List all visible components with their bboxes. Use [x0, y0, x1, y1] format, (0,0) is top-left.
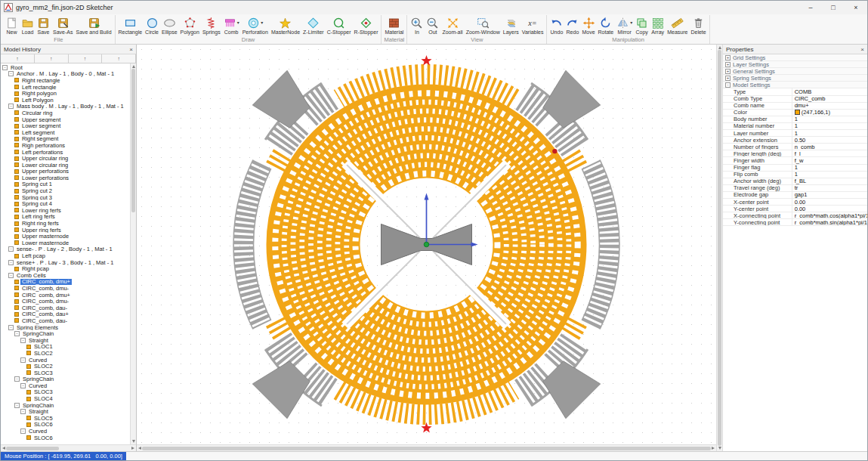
toolbar-button-new[interactable]: New: [4, 15, 20, 36]
property-value[interactable]: (247,166,1): [792, 110, 867, 116]
toolbar-button-masternode[interactable]: MasterNode: [270, 15, 301, 36]
property-value[interactable]: 0.00: [792, 206, 867, 212]
toolbar-button-load[interactable]: Load: [20, 15, 36, 36]
tree-item[interactable]: -Spring Elements: [1, 324, 130, 331]
tree-item[interactable]: CIRC_comb, dau+: [1, 311, 130, 318]
toolbar-button-zoom-all[interactable]: Zoom-all: [440, 15, 464, 36]
toolbar-button-perforation[interactable]: ▾Perforation: [241, 15, 270, 36]
tree-item[interactable]: -Anchor . M . Lay - 1 , Body - 0 , Mat -…: [1, 71, 130, 78]
toolbar-button-copy[interactable]: Copy: [634, 15, 650, 36]
tree-item[interactable]: Left Polygon: [1, 97, 130, 104]
toolbar-button-move[interactable]: Move: [580, 15, 596, 36]
scroll-down-button[interactable]: [131, 439, 136, 444]
tree-item[interactable]: Left ring ferfs: [1, 214, 130, 221]
tree-item[interactable]: Lower segment: [1, 122, 130, 129]
toolbar-button-c-stopper[interactable]: C-Stopper: [326, 15, 353, 36]
tree-item[interactable]: CIRC_comb, dmu+: [1, 292, 130, 299]
tree-item[interactable]: SLOC2: [1, 363, 130, 370]
color-swatch[interactable]: [795, 110, 800, 115]
scrollbar-thumb[interactable]: [142, 447, 711, 450]
gyro-drawing[interactable]: [137, 45, 716, 444]
tree-item[interactable]: -SpringChain: [1, 402, 130, 409]
scrollbar-thumb[interactable]: [6, 447, 59, 450]
tree-item[interactable]: Lower masternode: [1, 240, 130, 246]
toolbar-button-undo[interactable]: Undo: [548, 15, 564, 36]
tree-item[interactable]: CIRC_comb, dmu-: [1, 285, 130, 292]
tree-item[interactable]: -Straight: [1, 408, 130, 415]
dropdown-arrow-icon[interactable]: ▾: [237, 20, 239, 25]
tree-item[interactable]: -SpringChain: [1, 376, 130, 383]
tree-item[interactable]: -SpringChain: [1, 330, 130, 337]
tree-expander-icon[interactable]: -: [2, 65, 8, 70]
property-value[interactable]: 0.00: [792, 199, 867, 205]
tree-item[interactable]: Left rectangle: [1, 84, 130, 91]
model-tree-hscrollbar[interactable]: [1, 444, 136, 451]
section-expander-icon[interactable]: +: [725, 69, 731, 74]
tree-item[interactable]: Upper perforations: [1, 169, 130, 175]
masternode-star-top[interactable]: [421, 55, 431, 66]
tree-item[interactable]: -Curved: [1, 357, 130, 364]
tree-expander-icon[interactable]: -: [20, 429, 26, 434]
toolbar-button-mirror[interactable]: ▾Mirror: [615, 15, 634, 36]
tree-item[interactable]: Upper segment: [1, 116, 130, 123]
toolbar-button-rotate[interactable]: Rotate: [597, 15, 616, 36]
property-value[interactable]: gap1: [792, 192, 867, 198]
property-value[interactable]: CIRC_comb: [792, 96, 867, 102]
tree-sort-button-3[interactable]: ↑: [69, 54, 103, 63]
model-history-close-icon[interactable]: ×: [129, 46, 133, 53]
property-value[interactable]: r_comb*math.cos(alpha1*pi/180): [792, 212, 867, 218]
canvas[interactable]: [137, 45, 716, 444]
properties-close-icon[interactable]: ×: [860, 46, 864, 53]
property-value[interactable]: dmu+: [792, 103, 867, 109]
tree-item[interactable]: CIRC_comb, dau-: [1, 305, 130, 311]
tree-item[interactable]: Spring cut 3: [1, 194, 130, 201]
tree-item[interactable]: Right pcap: [1, 265, 130, 272]
tree-expander-icon[interactable]: -: [8, 260, 14, 265]
property-value[interactable]: 1: [792, 116, 867, 122]
tree-item[interactable]: Left pcap: [1, 252, 130, 259]
toolbar-button-measure[interactable]: Measure: [666, 15, 689, 36]
tree-item[interactable]: Upper ring ferfs: [1, 227, 130, 234]
tree-item[interactable]: Lower perforations: [1, 175, 130, 181]
tree-item[interactable]: -Curved: [1, 382, 130, 389]
tree-item[interactable]: CIRC_comb, dmu-: [1, 298, 130, 305]
toolbar-button-in[interactable]: In: [409, 15, 425, 36]
toolbar-button-delete[interactable]: Delete: [689, 15, 707, 36]
tree-expander-icon[interactable]: -: [20, 409, 26, 414]
close-button[interactable]: ×: [845, 1, 867, 14]
tree-item[interactable]: Spring cut 1: [1, 181, 130, 188]
property-value[interactable]: r_comb*math.sin(alpha1*pi/180): [792, 219, 867, 225]
toolbar-button-save-as[interactable]: Save-As: [51, 15, 74, 36]
property-value[interactable]: f_w: [792, 157, 867, 163]
tree-item[interactable]: SLOC3: [1, 389, 130, 396]
tree-item[interactable]: Upper circular ring: [1, 155, 130, 162]
property-value[interactable]: 1: [792, 172, 867, 178]
section-expander-icon[interactable]: +: [725, 76, 731, 81]
minimize-button[interactable]: –: [799, 1, 822, 14]
section-expander-icon[interactable]: -: [725, 82, 731, 88]
toolbar-button-ellipse[interactable]: Ellipse: [160, 15, 179, 36]
toolbar-button-rectangle[interactable]: Rectangle: [117, 15, 144, 36]
property-value[interactable]: 1: [792, 165, 867, 171]
tree-sort-button-1[interactable]: ↑: [1, 54, 35, 63]
tree-item[interactable]: SLOC6: [1, 435, 130, 441]
dropdown-arrow-icon[interactable]: ▾: [630, 20, 632, 25]
scroll-down-button[interactable]: [718, 446, 722, 450]
properties-section-model-settings[interactable]: -Model Settings: [723, 82, 867, 88]
canvas-hscrollbar[interactable]: [137, 444, 716, 451]
tree-item[interactable]: Lower circular ring: [1, 162, 130, 169]
tree-item[interactable]: SLOC6: [1, 422, 130, 429]
tree-item[interactable]: Right polygon: [1, 90, 130, 97]
toolbar-button-save[interactable]: Save: [36, 15, 51, 36]
tree-sort-button-4[interactable]: ↑: [102, 54, 136, 63]
tree-item[interactable]: -sense+ . P . Lay - 3 , Body - 1 , Mat -…: [1, 259, 130, 266]
tree-item[interactable]: -Mass body . M . Lay - 1 , Body - 1 , Ma…: [1, 104, 130, 110]
property-value[interactable]: n_comb: [792, 144, 867, 150]
tree-expander-icon[interactable]: -: [20, 383, 26, 388]
tree-item[interactable]: CIRC_comb, dau-: [1, 317, 130, 324]
tree-expander-icon[interactable]: -: [20, 357, 26, 363]
property-value[interactable]: 1: [792, 130, 867, 136]
tree-item[interactable]: SLOC3: [1, 370, 130, 376]
tree-item[interactable]: Left perforations: [1, 149, 130, 156]
tree-item[interactable]: Spring cut 4: [1, 200, 130, 207]
